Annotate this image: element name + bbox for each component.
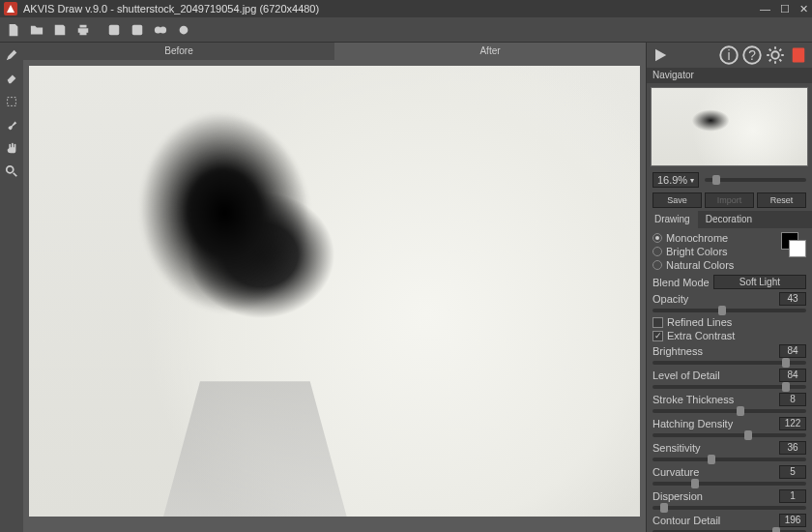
radio-natural-colors[interactable]: Natural Colors [652, 259, 806, 271]
app-logo-icon [4, 2, 17, 15]
sensitivity-value[interactable]: 36 [779, 441, 806, 455]
blend-mode-label: Blend Mode [652, 277, 710, 288]
help-icon[interactable]: ? [742, 45, 762, 65]
settings-icon[interactable] [766, 45, 785, 65]
navigator-thumbnail[interactable] [651, 87, 808, 166]
hand-tool-icon[interactable] [3, 139, 20, 157]
level-detail-value[interactable]: 84 [779, 369, 806, 382]
tab-drawing[interactable]: Drawing [647, 211, 698, 228]
canvas-area: Before After [23, 43, 646, 532]
batch-icon[interactable] [128, 20, 147, 40]
svg-rect-4 [8, 98, 16, 106]
titlebar: AKVIS Draw v.9.0 - shutterstock_20497190… [0, 0, 812, 17]
hatching-density-value[interactable]: 122 [779, 417, 806, 430]
preset-import-button[interactable]: Import [705, 192, 754, 208]
pencil-tool-icon[interactable] [3, 46, 20, 64]
hatching-density-slider[interactable] [652, 433, 806, 437]
svg-text:?: ? [748, 48, 756, 63]
preset-reset-button[interactable]: Reset [757, 192, 806, 208]
navigator-header: Navigator [647, 68, 812, 83]
dispersion-slider[interactable] [652, 506, 806, 510]
parameters-panel: Monochrome Bright Colors Natural Colors … [647, 228, 812, 532]
svg-rect-0 [109, 24, 120, 35]
left-toolbox [0, 43, 23, 532]
extra-contrast-checkbox[interactable]: Extra Contrast [652, 330, 806, 341]
svg-point-5 [7, 166, 14, 173]
stroke-thickness-value[interactable]: 8 [779, 393, 806, 406]
svg-text:i: i [727, 48, 730, 63]
rendered-image [29, 66, 640, 517]
open-icon[interactable] [27, 20, 46, 40]
blend-mode-select[interactable]: Soft Light [713, 275, 806, 289]
color-swatch[interactable] [781, 232, 806, 257]
export-icon[interactable] [104, 20, 124, 40]
brightness-value[interactable]: 84 [779, 344, 806, 358]
opacity-slider[interactable] [652, 309, 806, 312]
brightness-slider[interactable] [652, 361, 806, 365]
new-document-icon[interactable] [4, 20, 23, 40]
view-tabs: Before After [23, 43, 646, 60]
maximize-button[interactable]: ☐ [780, 3, 790, 15]
svg-point-3 [160, 26, 166, 33]
stroke-thickness-slider[interactable] [652, 409, 806, 413]
level-detail-slider[interactable] [652, 385, 806, 389]
compare-icon[interactable] [151, 20, 170, 40]
print-icon[interactable] [73, 20, 93, 40]
zoom-tool-icon[interactable] [3, 163, 20, 180]
run-button-icon[interactable] [651, 45, 670, 65]
zoom-slider[interactable] [705, 178, 806, 182]
image-canvas[interactable] [23, 60, 646, 522]
tab-after[interactable]: After [334, 43, 646, 60]
refined-lines-checkbox[interactable]: Refined Lines [652, 316, 806, 328]
tab-before[interactable]: Before [23, 43, 334, 60]
top-toolbar [0, 17, 812, 43]
contour-detail-value[interactable]: 196 [779, 514, 806, 527]
opacity-value[interactable]: 43 [779, 292, 806, 306]
tab-decoration[interactable]: Decoration [698, 211, 760, 228]
right-panel: i ? Navigator 16.9%▾ Save Import Reset D… [646, 43, 812, 532]
share-icon[interactable] [174, 20, 193, 40]
svg-rect-1 [132, 24, 143, 35]
canvas-scrollbar[interactable] [23, 522, 646, 532]
close-button[interactable]: ✕ [799, 3, 808, 15]
zoom-value[interactable]: 16.9%▾ [652, 172, 699, 188]
window-title: AKVIS Draw v.9.0 - shutterstock_20497190… [23, 3, 760, 15]
brush-tool-icon[interactable] [3, 116, 20, 133]
save-icon[interactable] [50, 20, 70, 40]
dispersion-value[interactable]: 1 [779, 489, 806, 503]
eraser-tool-icon[interactable] [3, 70, 20, 87]
svg-point-10 [771, 51, 779, 59]
curvature-slider[interactable] [652, 482, 806, 486]
minimize-button[interactable]: — [760, 3, 770, 15]
svg-rect-11 [793, 48, 805, 63]
notification-icon[interactable] [789, 45, 808, 65]
selection-tool-icon[interactable] [3, 93, 20, 110]
preset-save-button[interactable]: Save [652, 192, 702, 208]
curvature-value[interactable]: 5 [779, 465, 806, 479]
sensitivity-slider[interactable] [652, 458, 806, 461]
info-icon[interactable]: i [719, 45, 739, 65]
